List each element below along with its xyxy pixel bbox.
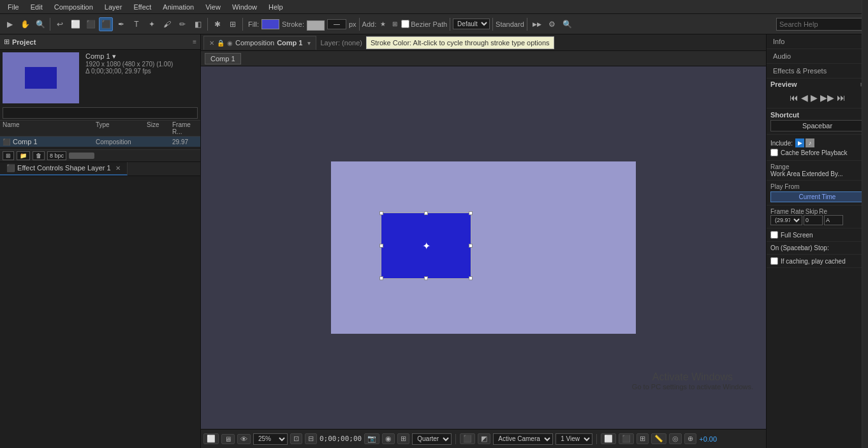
skip-input[interactable] (804, 215, 823, 225)
zoom-dropdown[interactable]: 25% 50% 100% (253, 433, 288, 445)
comp-shape[interactable]: ✦ (381, 213, 471, 279)
fill-color-swatch[interactable] (261, 19, 279, 29)
effect-tab-close[interactable]: ✕ (115, 165, 121, 172)
include-video-icon[interactable]: ▶ (795, 138, 804, 147)
quality-dropdown[interactable]: Quarter Half Full (412, 433, 452, 445)
tool-brush[interactable]: 🖌 (160, 17, 174, 31)
comp-viewer[interactable]: ✦ Activate Windows Go to PC settings to … (201, 66, 766, 429)
handle-tc[interactable] (424, 211, 428, 215)
rate-input[interactable] (824, 215, 843, 225)
default-dropdown[interactable]: Default (453, 19, 490, 29)
frame-rate-dropdown[interactable]: (29.97) (770, 215, 802, 225)
grid-btn[interactable]: ⊞ (397, 433, 409, 444)
menu-edit[interactable]: Edit (26, 2, 48, 12)
toggle-guide-btn[interactable]: ⊞ (636, 433, 649, 444)
new-item-btn[interactable]: ⊞ (3, 151, 14, 160)
project-comp-name[interactable]: Comp 1 ▾ (85, 52, 173, 61)
tool-more[interactable]: ⊞ (226, 17, 240, 31)
fit2-btn[interactable]: ⊟ (305, 433, 317, 444)
tab-info[interactable]: Info (767, 34, 868, 49)
prev-first-btn[interactable]: ⏮ (790, 93, 798, 103)
handle-tl[interactable] (379, 211, 383, 215)
snapshot-btn[interactable]: 📷 (364, 433, 379, 444)
menu-animation[interactable]: Animation (158, 2, 199, 12)
tool-select[interactable]: ▶ (3, 17, 17, 31)
tool-settings[interactable]: ⚙ (545, 17, 559, 31)
toggle-overlay-btn[interactable]: ⬛ (619, 433, 634, 444)
tool-zoom[interactable]: 🔍 (33, 17, 47, 31)
toggle-mask-btn[interactable]: ⬜ (601, 433, 616, 444)
stroke-width-input[interactable] (327, 19, 346, 29)
comp-tab-1[interactable]: ✕ 🔒 ◉ Composition Comp 1 ▾ (203, 36, 316, 50)
include-audio-icon[interactable]: ♪ (805, 138, 814, 147)
3d-btn[interactable]: ⊕ (684, 433, 696, 444)
toggle-channels-btn[interactable]: ⬛ (460, 433, 475, 444)
tool-eraser[interactable]: ✏ (175, 17, 189, 31)
add-options[interactable]: ⊞ (390, 17, 400, 31)
breadcrumb-comp1[interactable]: Comp 1 (205, 53, 241, 64)
tool-shape[interactable]: ⬛ (99, 17, 113, 31)
tab-audio[interactable]: Audio (767, 49, 868, 64)
comp-tab-close[interactable]: ✕ (209, 40, 214, 47)
more-tools-btn[interactable]: ▶▶ (530, 17, 544, 31)
handle-bl[interactable] (379, 276, 383, 280)
menu-view[interactable]: View (200, 2, 226, 12)
fit-btn[interactable]: ⊡ (290, 433, 302, 444)
tool-pen[interactable]: ✒ (114, 17, 128, 31)
menu-effect[interactable]: Effect (128, 2, 156, 12)
tool-search[interactable]: 🔍 (561, 17, 575, 31)
delete-item-btn[interactable]: 🗑 (33, 151, 45, 160)
bezier-checkbox[interactable] (401, 20, 409, 28)
add-star[interactable]: ★ (378, 17, 388, 31)
tool-undo[interactable]: ↩ (53, 17, 67, 31)
menu-window[interactable]: Window (227, 2, 262, 12)
project-menu-icon[interactable]: ≡ (193, 38, 196, 45)
render-btn[interactable]: ◎ (669, 433, 682, 444)
tool-rect[interactable]: ⬛ (84, 17, 98, 31)
menu-composition[interactable]: Composition (49, 2, 98, 12)
tool-hand[interactable]: ✋ (18, 17, 32, 31)
search-help-input[interactable] (776, 18, 865, 31)
monitor-btn[interactable]: 🖥 (221, 434, 235, 444)
menu-help[interactable]: Help (263, 2, 288, 12)
stereo-btn[interactable]: 👁 (237, 434, 251, 444)
tool-text[interactable]: T (129, 17, 143, 31)
prev-fwd-btn[interactable]: ▶▶ (820, 93, 834, 103)
always-preview-btn[interactable]: ⬜ (203, 433, 219, 444)
tab-effect-controls[interactable]: ⬛ Effect Controls Shape Layer 1 ✕ (0, 162, 128, 175)
show-snapshot-btn[interactable]: ◉ (382, 433, 395, 444)
view-dropdown[interactable]: 1 View (555, 433, 592, 445)
current-time-badge[interactable]: Current Time (770, 191, 864, 202)
menu-file[interactable]: File (3, 2, 24, 12)
folder-btn[interactable]: 📁 (17, 151, 30, 160)
vc-sep-2 (596, 434, 597, 444)
handle-mr[interactable] (469, 244, 473, 248)
tool-mask[interactable]: ⬜ (68, 17, 82, 31)
handle-tr[interactable] (469, 211, 473, 215)
project-search-input[interactable] (3, 107, 198, 119)
camera-dropdown[interactable]: Active Camera (493, 433, 553, 445)
full-screen-checkbox[interactable] (770, 231, 778, 239)
handle-bc[interactable] (424, 276, 428, 280)
handle-ml[interactable] (379, 244, 383, 248)
project-item-type: Composition (96, 138, 147, 146)
menu-layer[interactable]: Layer (99, 2, 128, 12)
project-item-comp1[interactable]: ⬛ Comp 1 Composition 29.97 (0, 137, 200, 147)
exposure-btn[interactable]: ◩ (478, 433, 490, 444)
tool-puppet[interactable]: ✱ (210, 17, 224, 31)
tab-effects-presets[interactable]: Effects & Presets (767, 64, 868, 78)
toolbar-sep-1 (50, 18, 50, 31)
handle-br[interactable] (469, 276, 473, 280)
if-caching-checkbox[interactable] (770, 257, 778, 265)
prev-play-btn[interactable]: ▶ (811, 93, 818, 103)
tool-clone[interactable]: ✦ (145, 17, 159, 31)
cache-checkbox[interactable] (770, 149, 778, 156)
comp-tab-label: Composition (235, 39, 274, 47)
prev-last-btn[interactable]: ⏭ (837, 93, 846, 103)
prev-back-btn[interactable]: ◀ (801, 93, 808, 103)
stroke-color-swatch[interactable] (307, 20, 325, 31)
comp-tab-expand[interactable]: ▾ (307, 40, 311, 47)
tool-roto[interactable]: ◧ (191, 17, 205, 31)
full-screen-section: Full Screen (767, 228, 868, 242)
toggle-ruler-btn[interactable]: 📏 (651, 433, 666, 444)
